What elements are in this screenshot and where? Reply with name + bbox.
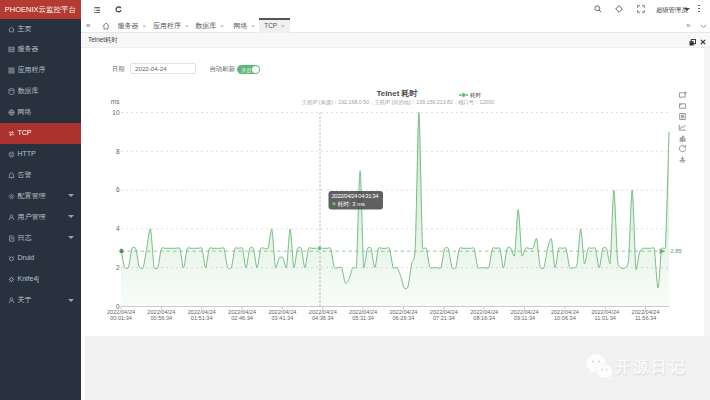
svg-text:耗时: 3 ms: 耗时: 3 ms [338, 201, 365, 208]
svg-text:2022/04/24 04:31:34: 2022/04/24 04:31:34 [332, 193, 380, 199]
svg-text:8: 8 [116, 148, 120, 155]
svg-text:01:51:34: 01:51:34 [191, 315, 213, 321]
svg-text:05:31:34: 05:31:34 [352, 315, 374, 321]
svg-text:2.85: 2.85 [671, 248, 682, 254]
svg-text:09:11:34: 09:11:34 [514, 315, 535, 321]
svg-text:0: 0 [116, 303, 120, 310]
svg-text:08:16:34: 08:16:34 [473, 315, 495, 321]
svg-text:6: 6 [116, 186, 120, 193]
svg-text:04:36:34: 04:36:34 [312, 315, 334, 321]
svg-text:10:06:34: 10:06:34 [554, 315, 576, 321]
svg-text:11:01:34: 11:01:34 [595, 315, 616, 321]
svg-text:03:41:34: 03:41:34 [272, 315, 294, 321]
svg-text:07:21:34: 07:21:34 [433, 315, 455, 321]
svg-text:2: 2 [116, 264, 120, 271]
svg-text:11:56:34: 11:56:34 [635, 315, 656, 321]
svg-text:4: 4 [116, 225, 120, 232]
svg-text:06:26:34: 06:26:34 [393, 315, 415, 321]
svg-text:00:56:34: 00:56:34 [150, 315, 172, 321]
svg-text:02:46:34: 02:46:34 [231, 315, 253, 321]
svg-text:10: 10 [112, 109, 120, 116]
svg-text:00:01:34: 00:01:34 [110, 315, 132, 321]
